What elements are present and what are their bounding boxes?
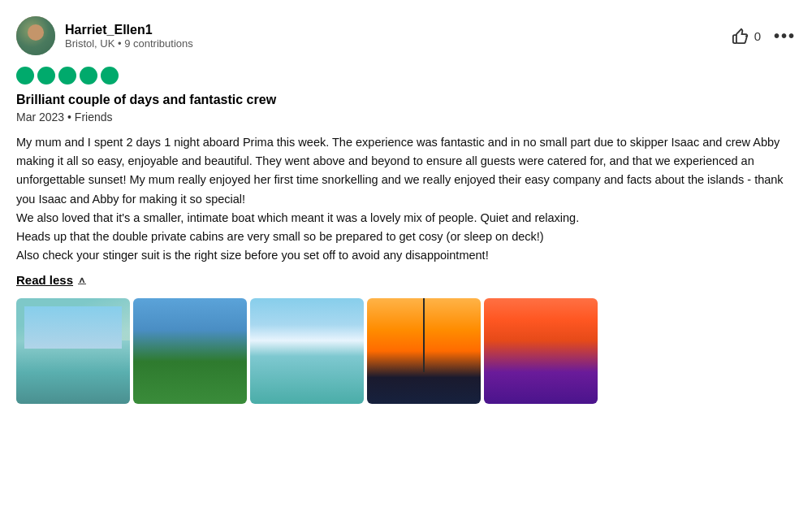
star-5 [101,67,119,85]
star-1 [16,67,34,85]
like-count: 0 [754,29,761,43]
star-3 [58,67,76,85]
username: Harriet_Ellen1 [65,23,193,37]
like-button[interactable]: 0 [732,27,761,45]
photo-3[interactable] [250,298,364,404]
read-less-label: Read less [16,273,73,287]
avatar[interactable] [16,16,55,55]
thumbs-up-icon [732,27,749,45]
review-title: Brilliant couple of days and fantastic c… [16,93,796,107]
photo-gallery [16,298,796,404]
chevron-up-icon: ∧ [78,275,86,285]
header-actions: 0 ••• [732,27,796,46]
more-options-button[interactable]: ••• [774,27,796,46]
photo-1[interactable] [16,298,130,404]
read-less-button[interactable]: Read less ∧ [16,273,86,287]
photo-2[interactable] [133,298,247,404]
star-2 [37,67,55,85]
review-header: Harriet_Ellen1 Bristol, UK • 9 contribut… [16,16,796,55]
star-rating [16,67,796,85]
review-card: Harriet_Ellen1 Bristol, UK • 9 contribut… [0,0,812,420]
review-date: Mar 2023 • Friends [16,111,796,124]
user-info-section: Harriet_Ellen1 Bristol, UK • 9 contribut… [16,16,193,55]
review-body: My mum and I spent 2 days 1 night aboard… [16,133,796,265]
user-details: Harriet_Ellen1 Bristol, UK • 9 contribut… [65,23,193,50]
photo-4[interactable] [367,298,481,404]
user-meta: Bristol, UK • 9 contributions [65,37,193,50]
star-4 [80,67,97,85]
photo-5[interactable] [484,298,598,404]
